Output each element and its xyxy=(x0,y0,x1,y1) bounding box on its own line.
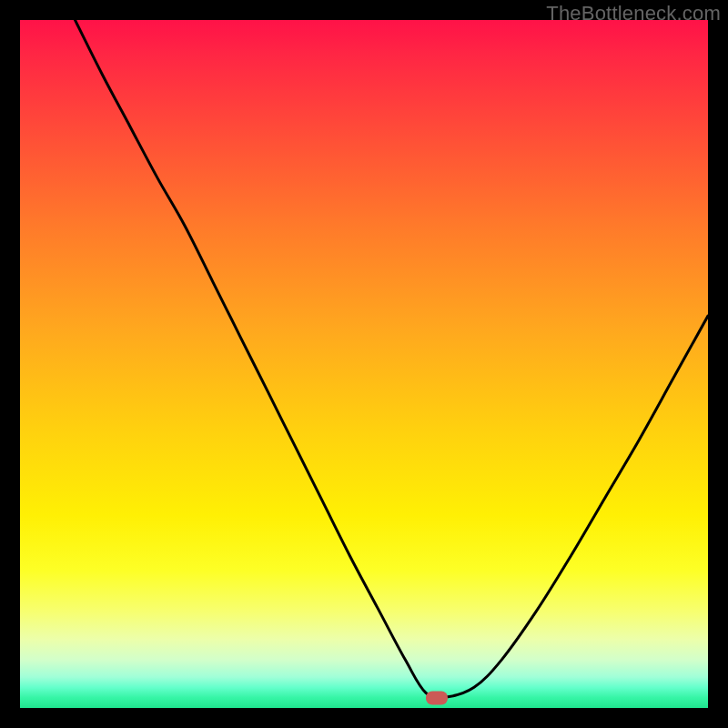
watermark-text: TheBottleneck.com xyxy=(546,2,721,25)
bottleneck-curve xyxy=(20,20,708,708)
plot-area xyxy=(20,20,708,708)
curve-path xyxy=(76,20,709,698)
optimal-point-marker xyxy=(426,691,448,704)
chart-frame: TheBottleneck.com xyxy=(0,0,728,728)
